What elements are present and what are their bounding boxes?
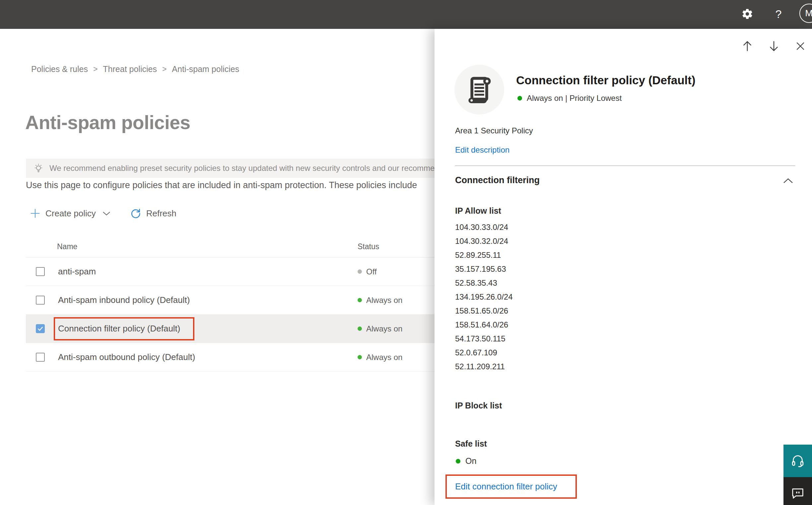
toolbar: Create policy Refresh	[30, 205, 177, 222]
safe-list-heading: Safe list	[455, 439, 487, 449]
ip-block-list-heading: IP Block list	[455, 401, 502, 410]
table-row[interactable]: anti-spam Off	[26, 258, 435, 286]
headset-icon	[790, 453, 805, 469]
ip-address: 52.58.35.43	[455, 276, 513, 290]
status-label: Always on	[366, 296, 402, 305]
ip-address: 52.0.67.109	[455, 346, 513, 360]
close-flyout-button[interactable]	[792, 38, 808, 54]
chevron-up-icon	[782, 177, 797, 185]
ip-address: 35.157.195.63	[455, 262, 513, 276]
banner-text: We recommend enabling preset security po…	[49, 164, 434, 173]
close-icon	[794, 39, 807, 53]
row-checkbox-checked[interactable]	[36, 324, 45, 333]
settings-button[interactable]	[738, 5, 756, 23]
table-row[interactable]: Anti-spam outbound policy (Default) Alwa…	[26, 343, 435, 372]
help-button[interactable]: ?	[770, 5, 787, 23]
arrow-down-icon	[767, 39, 781, 53]
annotation-highlight-box: Edit connection filter policy	[445, 475, 577, 499]
column-header-status[interactable]: Status	[358, 242, 379, 251]
policy-description: Area 1 Security Policy	[455, 126, 533, 135]
table-row-selected[interactable]: Connection filter policy (Default) Alway…	[26, 315, 435, 343]
status-cell: Always on	[358, 324, 402, 333]
section-title-connection-filtering: Connection filtering	[455, 175, 540, 185]
avatar-initial: M	[805, 8, 812, 19]
policy-name-highlighted[interactable]: Connection filter policy (Default)	[54, 317, 194, 340]
ip-address: 158.51.65.0/26	[455, 304, 513, 318]
plus-icon	[30, 208, 40, 219]
chat-bubble-icon	[791, 486, 805, 500]
scroll-icon	[465, 74, 493, 105]
collapse-section-button[interactable]	[782, 175, 797, 186]
table-row[interactable]: Anti-spam inbound policy (Default) Alway…	[26, 286, 435, 315]
help-icon: ?	[776, 8, 782, 21]
screen: ? M Policies & rules > Threat policies >…	[0, 0, 812, 505]
check-icon	[37, 325, 44, 332]
column-header-name[interactable]: Name	[57, 242, 77, 251]
ip-address: 134.195.26.0/24	[455, 290, 513, 304]
previous-item-button[interactable]	[739, 38, 755, 54]
status-cell: Always on	[358, 353, 402, 362]
edit-description-link[interactable]: Edit description	[455, 145, 510, 155]
status-label: Off	[366, 267, 377, 277]
status-text: On	[465, 456, 476, 466]
status-dot	[358, 327, 362, 331]
status-label: Always on	[366, 324, 402, 333]
safe-list-status: On	[456, 456, 476, 466]
flyout-title: Connection filter policy (Default)	[516, 74, 695, 87]
support-button[interactable]	[784, 445, 812, 477]
ip-allow-list-heading: IP Allow list	[455, 206, 501, 216]
ip-address: 158.51.64.0/26	[455, 318, 513, 332]
table-header: Name Status	[26, 233, 435, 258]
row-checkbox[interactable]	[36, 296, 45, 305]
policy-name[interactable]: anti-spam	[58, 267, 96, 277]
divider	[455, 166, 795, 166]
breadcrumb-threat-policies[interactable]: Threat policies	[103, 64, 157, 74]
policy-table: Name Status anti-spam Off Anti-spam inbo…	[26, 233, 435, 372]
next-item-button[interactable]	[766, 38, 782, 54]
ip-allow-list: 104.30.33.0/24 104.30.32.0/24 52.89.255.…	[455, 220, 513, 374]
breadcrumb-separator: >	[93, 65, 97, 74]
edit-connection-filter-policy-link[interactable]: Edit connection filter policy	[455, 481, 557, 492]
recommendation-banner: We recommend enabling preset security po…	[26, 159, 435, 178]
status-label: Always on	[366, 353, 402, 362]
feedback-button[interactable]	[784, 477, 812, 505]
arrow-up-icon	[740, 39, 754, 53]
page-title: Anti-spam policies	[25, 112, 190, 133]
breadcrumb-policies-rules[interactable]: Policies & rules	[31, 64, 88, 74]
flyout-panel: Connection filter policy (Default) Alway…	[434, 29, 812, 505]
status-dot	[358, 298, 362, 302]
status-cell: Off	[358, 267, 377, 277]
status-dot	[358, 355, 362, 359]
ip-address: 52.89.255.11	[455, 248, 513, 262]
breadcrumb-anti-spam-policies[interactable]: Anti-spam policies	[172, 64, 239, 74]
status-dot	[518, 96, 522, 101]
topbar: ? M	[0, 0, 812, 29]
status-cell: Always on	[358, 296, 402, 305]
lightbulb-icon	[33, 163, 44, 174]
policy-name[interactable]: Anti-spam outbound policy (Default)	[58, 352, 195, 362]
page-description: Use this page to configure policies that…	[26, 180, 435, 190]
create-policy-button[interactable]: Create policy	[30, 208, 111, 219]
row-checkbox[interactable]	[36, 267, 45, 276]
chevron-down-icon	[102, 211, 111, 216]
policy-icon-circle	[454, 65, 504, 115]
refresh-icon	[130, 208, 141, 219]
ip-address: 54.173.50.115	[455, 332, 513, 346]
breadcrumb: Policies & rules > Threat policies > Ant…	[31, 64, 239, 74]
status-dot	[358, 270, 362, 274]
row-checkbox[interactable]	[36, 353, 45, 362]
ip-address: 104.30.32.0/24	[455, 234, 513, 248]
ip-address: 52.11.209.211	[455, 360, 513, 374]
flyout-status-line: Always on | Priority Lowest	[518, 94, 622, 103]
status-text: Always on | Priority Lowest	[527, 94, 622, 103]
policy-name[interactable]: Anti-spam inbound policy (Default)	[58, 295, 190, 305]
status-dot	[456, 459, 460, 464]
ip-address: 104.30.33.0/24	[455, 220, 513, 234]
avatar[interactable]: M	[799, 4, 812, 23]
gear-icon	[741, 8, 753, 20]
breadcrumb-separator: >	[162, 65, 167, 74]
refresh-button[interactable]: Refresh	[130, 208, 177, 219]
